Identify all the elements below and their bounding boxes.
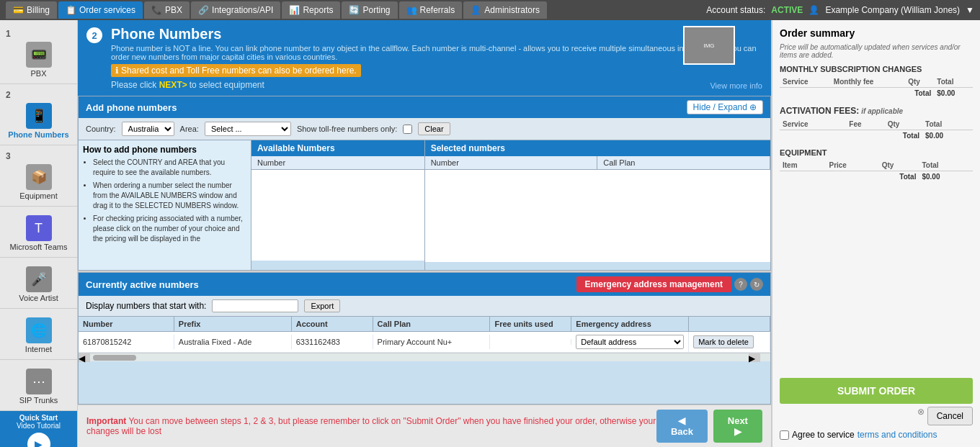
- tab-administrators-label: Administrators: [484, 5, 540, 15]
- active-numbers-section: Currently active numbers Emergency addre…: [78, 272, 771, 405]
- emergency-actions: Emergency address management ? ↻: [576, 276, 763, 292]
- chevron-down-icon[interactable]: ▼: [966, 5, 974, 15]
- clear-button[interactable]: Clear: [418, 122, 450, 135]
- top-navigation: 💳 Billing 📋 Order services 📞 PBX 🔗 Integ…: [0, 0, 980, 20]
- next-button[interactable]: Next ▶: [713, 410, 762, 443]
- view-more-link[interactable]: View more info: [710, 81, 762, 90]
- back-button[interactable]: ◀ Back: [656, 410, 708, 443]
- monthly-table: Service Monthly fee Qty Total Total $0.0…: [780, 76, 973, 99]
- tab-administrators[interactable]: 👤 Administrators: [463, 1, 547, 19]
- cancel-button[interactable]: Cancel: [927, 407, 973, 425]
- scroll-left-btn[interactable]: ◀: [79, 353, 90, 362]
- mark-delete-button[interactable]: Mark to delete: [693, 335, 754, 348]
- th-action: [689, 317, 770, 331]
- td-account: 6331162483: [292, 335, 373, 349]
- shared-cost-note: Shared cost and Toll Free numbers can al…: [121, 66, 357, 76]
- phone-numbers-sidebar-icon: 📱: [26, 103, 52, 129]
- page-description: Phone number is NOT a line. You can link…: [111, 44, 762, 61]
- emergency-address-button[interactable]: Emergency address management: [576, 276, 731, 292]
- monthly-subscription-section: MONTHLY SUBSCRIPTION CHANGES Service Mon…: [780, 65, 973, 99]
- play-icon: ▶: [35, 438, 43, 447]
- order-summary-panel: Order summary Price will be automaticall…: [771, 20, 980, 447]
- help-icon[interactable]: ?: [734, 278, 747, 291]
- sip-trunks-label: SIP Trunks: [19, 396, 58, 405]
- add-numbers-section: Add phone numbers Hide / Expand ⊕ Countr…: [78, 96, 771, 271]
- pbx-sidebar-icon: 📟: [26, 42, 52, 68]
- agree-row: Agree to service terms and conditions: [780, 430, 973, 440]
- country-select[interactable]: Australia: [122, 122, 174, 136]
- monthly-col-total: Total: [934, 76, 973, 88]
- selected-numbers-body: [425, 170, 770, 262]
- equipment-section: EQUIPMENT Item Price Qty Total Total $0.…: [780, 148, 973, 182]
- sidebar-item-pbx[interactable]: 1 📟 PBX: [0, 23, 77, 84]
- activation-total-label: Total: [780, 130, 922, 142]
- monthly-col-service: Service: [780, 76, 831, 88]
- available-numbers-panel: Available Numbers Number: [251, 140, 425, 270]
- navigation-buttons: ◀ Back Next ▶: [656, 410, 762, 443]
- selected-callplan-col: Call Plan: [597, 156, 770, 169]
- screenshot-thumbnail: IMG: [683, 26, 735, 65]
- hide-expand-button[interactable]: Hide / Expand ⊕: [687, 100, 763, 114]
- activation-col-fee: Fee: [846, 119, 884, 130]
- add-numbers-title: Add phone numbers: [86, 102, 177, 113]
- display-filter-label: Display numbers that start with:: [86, 301, 206, 311]
- activation-section-title: ACTIVATION FEES: if applicable: [780, 106, 973, 116]
- horizontal-scrollbar[interactable]: ◀ ▶: [79, 353, 770, 361]
- agree-checkbox[interactable]: [780, 430, 789, 440]
- content-area: 2 Phone Numbers Phone number is NOT a li…: [78, 20, 771, 447]
- activation-col-service: Service: [780, 119, 846, 130]
- next-link[interactable]: NEXT>: [159, 80, 187, 90]
- export-button[interactable]: Export: [304, 299, 340, 312]
- user-name: Example Company (William Jones): [825, 5, 960, 15]
- tab-pbx-label: PBX: [165, 5, 182, 15]
- toll-free-checkbox[interactable]: [403, 125, 412, 134]
- order-services-icon: 📋: [66, 5, 76, 15]
- numbers-table-area: How to add phone numbers Select the COUN…: [79, 140, 770, 270]
- expand-icon: ⊕: [749, 102, 757, 112]
- sidebar-item-equipment[interactable]: 3 📦 Equipment: [0, 145, 77, 207]
- tab-billing[interactable]: 💳 Billing: [6, 1, 57, 19]
- tab-order-services[interactable]: 📋 Order services: [58, 1, 143, 19]
- tab-porting[interactable]: 🔄 Porting: [342, 1, 397, 19]
- scrollbar-thumb[interactable]: [93, 355, 136, 361]
- administrators-icon: 👤: [471, 5, 481, 15]
- activation-table: Service Fee Qty Total Total $0.00: [780, 119, 973, 141]
- play-button[interactable]: ▶: [27, 433, 50, 447]
- tab-order-services-label: Order services: [79, 5, 135, 15]
- td-callplan: Primary Account Nu+: [373, 335, 491, 349]
- emergency-address-select[interactable]: Default address: [576, 335, 684, 349]
- submit-order-button[interactable]: SUBMIT ORDER: [780, 378, 973, 404]
- tab-referrals[interactable]: 👥 Referrals: [399, 1, 463, 19]
- instruction-2: When ordering a number select the number…: [93, 181, 246, 211]
- equipment-sidebar-label: Equipment: [19, 191, 58, 200]
- active-numbers-table: Number Prefix Account Call Plan Free uni…: [79, 317, 770, 353]
- porting-icon: 🔄: [349, 5, 360, 15]
- terms-link[interactable]: terms and conditions: [858, 430, 937, 440]
- referrals-icon: 👥: [406, 5, 417, 15]
- order-summary-title: Order summary: [780, 27, 973, 39]
- scroll-right-btn[interactable]: ▶: [749, 353, 760, 362]
- info-panel-title: How to add phone numbers: [83, 145, 246, 155]
- selected-number-col: Number: [425, 156, 598, 169]
- sidebar-item-sip-trunks[interactable]: ⋯ SIP Trunks: [0, 360, 77, 411]
- tab-pbx[interactable]: 📞 PBX: [144, 1, 190, 19]
- refresh-icon[interactable]: ↻: [750, 278, 763, 291]
- area-select[interactable]: Select ...: [205, 122, 291, 136]
- internet-icon: 🌐: [26, 317, 52, 343]
- td-free-units: [490, 339, 571, 345]
- microsoft-teams-label: Microsoft Teams: [10, 243, 68, 251]
- sidebar-item-internet[interactable]: 🌐 Internet: [0, 309, 77, 360]
- monthly-section-title: MONTHLY SUBSCRIPTION CHANGES: [780, 65, 973, 73]
- account-status-value: ACTIVE: [771, 5, 803, 15]
- instruction-3: For checking pricing associated with a n…: [93, 214, 246, 244]
- tab-integrations[interactable]: 🔗 Integrations/API: [191, 1, 280, 19]
- display-filter-input[interactable]: [212, 299, 298, 312]
- sidebar-item-phone-numbers[interactable]: 2 📱 Phone Numbers: [0, 84, 77, 145]
- number-col-header: Number: [251, 156, 424, 170]
- th-prefix: Prefix: [174, 317, 292, 331]
- sidebar-item-microsoft-teams[interactable]: T Microsoft Teams: [0, 207, 77, 258]
- activation-col-qty: Qty: [885, 119, 922, 130]
- tab-reports[interactable]: 📊 Reports: [282, 1, 340, 19]
- table-row: 61870815242 Australia Fixed - Ade 633116…: [79, 332, 770, 353]
- sidebar-item-voice-artist[interactable]: 🎤 Voice Artist: [0, 258, 77, 309]
